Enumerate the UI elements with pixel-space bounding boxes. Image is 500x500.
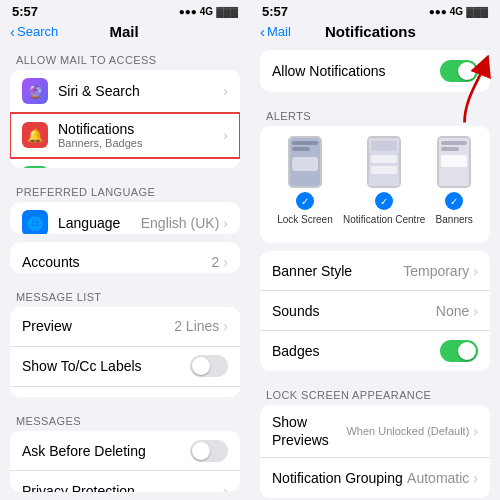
right-panel: 5:57 ●●● 4G ▓▓▓ ‹ Mail Notifications All… (250, 0, 500, 500)
accounts-label: Accounts (22, 254, 80, 270)
banner-style-row[interactable]: Banner Style Temporary › (260, 251, 490, 291)
siri-chevron: › (223, 83, 228, 99)
network-type: 4G (200, 6, 213, 17)
lang-icon: 🌐 (22, 210, 48, 234)
swipe-row[interactable]: Swipe Options › (10, 387, 240, 398)
signal-icon: ●●● (179, 6, 197, 17)
phone-line (441, 147, 459, 151)
notif-chevron: › (223, 127, 228, 143)
privacy-row[interactable]: Privacy Protection › (10, 471, 240, 492)
allow-notif-section: Allow Notifications (260, 50, 490, 92)
show-previews-value: When Unlocked (Default) (346, 425, 469, 437)
banners-alert[interactable]: ✓ Banners (436, 136, 473, 225)
alerts-row: ✓ Lock Screen ✓ Notification Centre (272, 136, 478, 225)
time-left: 5:57 (12, 4, 38, 19)
show-to-toggle[interactable] (190, 355, 228, 377)
notif-grouping-content: Notification Grouping (272, 469, 407, 487)
ask-delete-label: Ask Before Deleting (22, 443, 146, 459)
back-label-left: Search (17, 24, 58, 39)
banner-style-chevron: › (473, 263, 478, 279)
sounds-label: Sounds (272, 303, 319, 319)
notif-label: Notifications (58, 121, 223, 137)
lock-screen-alert[interactable]: ✓ Lock Screen (277, 136, 333, 225)
notif-sublabel: Banners, Badges (58, 137, 223, 149)
show-to-content: Show To/Cc Labels (22, 357, 190, 375)
preview-row[interactable]: Preview 2 Lines › (10, 307, 240, 347)
battery-icon-right: ▓▓▓ (466, 6, 488, 17)
notifications-row[interactable]: 🔔 Notifications Banners, Badges › (10, 113, 240, 158)
allow-notif-toggle[interactable] (440, 60, 478, 82)
notif-icon: 🔔 (22, 122, 48, 148)
language-row[interactable]: 🌐 Language English (UK) › (10, 202, 240, 234)
nav-bar-right: ‹ Mail Notifications (250, 21, 500, 44)
accounts-value: 2 (212, 254, 220, 270)
notif-bar (371, 141, 397, 151)
alerts-header: ALERTS (250, 100, 500, 126)
back-chevron-right: ‹ (260, 23, 265, 40)
phone-line (441, 141, 467, 145)
allow-notif-row[interactable]: Allow Notifications (260, 50, 490, 92)
banners-phone (437, 136, 471, 188)
section-header-allow: ALLOW MAIL TO ACCESS (0, 44, 250, 70)
notif-center-alert[interactable]: ✓ Notification Centre (343, 136, 425, 225)
banners-content (439, 138, 469, 186)
phone-line (292, 147, 310, 151)
preview-content: Preview (22, 317, 174, 335)
page-title-left: Mail (110, 23, 139, 40)
show-to-row[interactable]: Show To/Cc Labels (10, 347, 240, 387)
ask-delete-row[interactable]: Ask Before Deleting (10, 431, 240, 471)
banner-bar (441, 155, 467, 167)
show-previews-content: Show Previews (272, 413, 346, 449)
sounds-value: None (436, 303, 469, 319)
badges-toggle[interactable] (440, 340, 478, 362)
preview-label: Preview (22, 318, 72, 334)
back-button-right[interactable]: ‹ Mail (260, 23, 291, 40)
show-previews-row[interactable]: Show Previews When Unlocked (Default) › (260, 405, 490, 458)
accounts-chevron: › (223, 254, 228, 270)
badges-row[interactable]: Badges (260, 331, 490, 371)
allow-notif-label: Allow Notifications (272, 63, 386, 79)
siri-label: Siri & Search (58, 83, 140, 99)
badges-label: Badges (272, 343, 319, 359)
banners-check: ✓ (445, 192, 463, 210)
section-header-msglist: MESSAGE LIST (0, 281, 250, 307)
lock-screen-list: Show Previews When Unlocked (Default) › … (260, 405, 490, 498)
notif-content: Notifications Banners, Badges (58, 121, 223, 149)
messages-list: Ask Before Deleting Privacy Protection › (10, 431, 240, 492)
show-previews-chevron: › (473, 423, 478, 439)
banner-style-value: Temporary (403, 263, 469, 279)
lock-screen-content (290, 138, 320, 186)
notif-center-label: Notification Centre (343, 214, 425, 225)
lang-value: English (UK) (141, 215, 220, 231)
left-panel: 5:57 ●●● 4G ▓▓▓ ‹ Search Mail ALLOW MAIL… (0, 0, 250, 500)
notif-grouping-chevron: › (473, 470, 478, 486)
lock-screen-label: Lock Screen (277, 214, 333, 225)
banner-style-label: Banner Style (272, 263, 352, 279)
ask-delete-content: Ask Before Deleting (22, 442, 190, 460)
notif-settings-list: Banner Style Temporary › Sounds None › B… (260, 251, 490, 371)
notif-grouping-value: Automatic (407, 470, 469, 486)
accounts-list: Accounts 2 › (10, 242, 240, 272)
accounts-row[interactable]: Accounts 2 › (10, 242, 240, 272)
notif-grouping-label: Notification Grouping (272, 470, 403, 486)
show-previews-label: Show Previews (272, 414, 329, 448)
notif-grouping-row[interactable]: Notification Grouping Automatic › (260, 458, 490, 498)
sounds-row[interactable]: Sounds None › (260, 291, 490, 331)
siri-row[interactable]: 🔮 Siri & Search › (10, 70, 240, 113)
preview-chevron: › (223, 318, 228, 334)
section-header-messages: MESSAGES (0, 405, 250, 431)
lock-screen-phone (288, 136, 322, 188)
banner-style-content: Banner Style (272, 262, 403, 280)
network-type-right: 4G (450, 6, 463, 17)
lang-chevron: › (223, 215, 228, 231)
mobile-data-row[interactable]: 📶 Mobile Data (10, 158, 240, 168)
phone-line (292, 141, 318, 145)
battery-icon: ▓▓▓ (216, 6, 238, 17)
lang-label: Language (58, 215, 120, 231)
nav-bar-left: ‹ Search Mail (0, 21, 250, 44)
back-button-left[interactable]: ‹ Search (10, 23, 58, 40)
ask-delete-toggle[interactable] (190, 440, 228, 462)
privacy-label: Privacy Protection (22, 483, 135, 492)
siri-icon: 🔮 (22, 78, 48, 104)
badges-content: Badges (272, 342, 440, 360)
